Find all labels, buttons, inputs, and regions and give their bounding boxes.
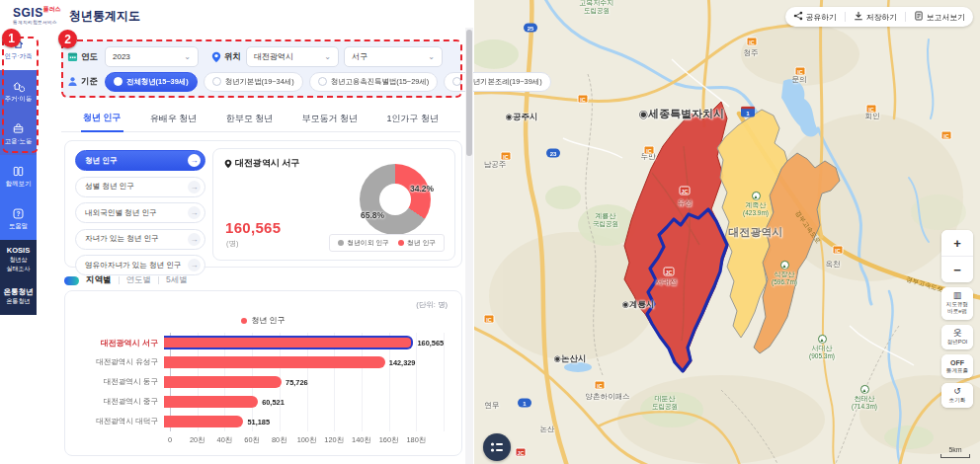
toggle-separator: [119, 276, 120, 284]
bar-track: 60,521: [164, 392, 444, 412]
bar[interactable]: [164, 396, 258, 408]
chart-toggle-1[interactable]: 연도별: [126, 274, 152, 286]
bar[interactable]: [164, 356, 385, 368]
sidebar-item-kosis-youth-survey[interactable]: KOSIS청년삶실태조사: [0, 240, 37, 277]
tab-4[interactable]: 1인가구 청년: [384, 108, 441, 131]
donut-legend-item: 청년 인구: [398, 238, 436, 248]
bar-track: 160,565: [164, 333, 444, 352]
mountain-icon: ▲: [817, 335, 826, 344]
map-canvas[interactable]: 고복저수지도립공원◉세종특별자치시◉공주시청주문의회인남공주두만유성계룡산국립공…: [474, 0, 980, 464]
map-label-15: ◉논산시: [554, 353, 587, 363]
sidebar-item-label: 온통청년: [4, 287, 34, 296]
radio-label: 청년기본조례(19~39세): [465, 77, 541, 87]
bar[interactable]: [164, 416, 243, 427]
x-axis-ticks: 020천40천60천80천100천120천140천160천180천: [170, 435, 444, 447]
menu-button-2[interactable]: 내외국인별 청년 인구→: [75, 202, 205, 223]
bar-category-label: 대전광역시 대덕구: [79, 417, 164, 426]
reset-icon: ↺: [953, 387, 961, 396]
map-label-21: ▲서대산(905.3m): [809, 335, 835, 360]
map-label-sub: 도립공원: [652, 403, 678, 411]
menu-button-3[interactable]: 자녀가 있는 청년 인구→: [75, 229, 205, 250]
content-scrollbar[interactable]: [465, 28, 473, 464]
save-button[interactable]: 저장하기: [846, 11, 905, 23]
reset-button[interactable]: ↺초기화: [941, 383, 973, 408]
x-tick-label: 140천: [352, 435, 371, 445]
x-tick-label: 180천: [406, 435, 426, 445]
chart-toggle-2[interactable]: 5세별: [166, 274, 188, 286]
toggle-switch-icon[interactable]: [64, 276, 79, 285]
youth-pct-label: 34.2%: [410, 184, 434, 193]
stat-toggle-button[interactable]: OFF통계표출: [941, 354, 973, 378]
scale-bar: [940, 454, 970, 458]
x-tick-label: 80천: [272, 435, 287, 445]
map-marker-ic-7: IC: [595, 381, 606, 390]
map-label-sub: (714.3m): [852, 403, 877, 411]
arrow-right-icon: →: [188, 259, 201, 271]
x-tick-label: 160천: [379, 435, 399, 445]
map-label-sub: 국립공원: [593, 220, 618, 228]
menu-button-0[interactable]: 청년 인구→: [75, 150, 205, 171]
map-marker-jc-11: JC: [664, 268, 675, 276]
map-label-9: 계룡산국립공원: [593, 212, 618, 228]
annotation-rect-2: [61, 39, 462, 98]
population-panel: 청년 인구→성별 청년 인구→내외국인별 청년 인구→자녀가 있는 청년 인구→…: [64, 140, 462, 268]
share-button[interactable]: 공유하기: [785, 11, 845, 23]
report-button[interactable]: 보고서보기: [906, 11, 973, 23]
category-tabs: 청년 인구유배우 청년한부모 청년부모동거 청년1인가구 청년: [61, 107, 460, 132]
map-label-2: ◉공주시: [506, 112, 538, 121]
arrow-right-icon: →: [188, 154, 201, 167]
sidebar-item-help[interactable]: ?도움말: [0, 197, 37, 240]
help-icon: ?: [12, 207, 25, 220]
legend-dot: [398, 240, 404, 246]
sidebar-item-compare-view[interactable]: 함께보기: [0, 155, 37, 197]
sgis-logo[interactable]: SGIS플러스 통계지리정보서비스: [13, 4, 61, 26]
control-label: 청년POI: [947, 339, 968, 346]
sidebar-item-label: KOSIS: [7, 246, 30, 255]
bar[interactable]: [164, 336, 413, 349]
tab-3[interactable]: 부모동거 청년: [300, 108, 361, 131]
scrollbar-thumb[interactable]: [466, 30, 472, 156]
map-toolbar: 공유하기저장하기보고서보기: [785, 7, 973, 27]
map-label-22: ▲천태산(714.3m): [852, 385, 877, 411]
indicator-menu: 청년 인구→성별 청년 인구→내외국인별 청년 인구→자녀가 있는 청년 인구→…: [75, 150, 205, 275]
youth-poi-icon: 웃: [953, 329, 962, 338]
app-header: SGIS플러스 통계지리정보서비스 청년통계지도: [0, 0, 474, 28]
svg-text:?: ?: [17, 210, 21, 217]
youth-poi-button[interactable]: 웃청년POI: [941, 325, 973, 349]
sidebar-item-ontong-youth[interactable]: 온통청년온통청년: [0, 277, 37, 315]
report-icon: [914, 11, 924, 23]
reset-group: ↺초기화: [941, 383, 973, 408]
bar[interactable]: [164, 376, 282, 388]
map-label-12: ▲식장산(596.7m): [772, 261, 797, 286]
map-type-button[interactable]: ▥지도유형바로e맵: [941, 287, 973, 320]
mountain-icon: ▲: [751, 192, 760, 200]
grid-line: [444, 333, 445, 431]
menu-button-1[interactable]: 성별 청년 인구→: [75, 177, 205, 197]
map-type-group: ▥지도유형바로e맵: [941, 287, 973, 320]
legend-toggle-button[interactable]: [483, 433, 511, 461]
bar-category-label: 대전광역시 유성구: [79, 357, 164, 367]
tab-2[interactable]: 한부모 청년: [224, 108, 276, 131]
map-marker-ic-1: IC: [747, 38, 758, 46]
bar-row: 대전광역시 대덕구51,185: [79, 412, 444, 431]
youth-ratio-donut-chart: 34.2% 65.8%: [360, 164, 431, 235]
map-label-11: ▲계족산(423.9m): [743, 192, 769, 217]
chart-toggle-0[interactable]: 지역별: [86, 274, 112, 286]
annotation-badge-1: 1: [2, 29, 21, 47]
bar-track: 51,185: [164, 412, 444, 431]
menu-button-label: 성별 청년 인구: [85, 182, 134, 192]
zoom-in-button[interactable]: +: [941, 230, 973, 256]
legend-dot: [241, 318, 247, 324]
menu-button-label: 자녀가 있는 청년 인구: [85, 234, 159, 244]
annotation-rect-1: [2, 37, 39, 153]
chart-unit-note: (단위: 명): [416, 300, 448, 310]
x-tick-label: 60천: [244, 435, 260, 445]
bar-chart-card: (단위: 명) 청년 인구 대전광역시 서구160,565대전광역시 유성구14…: [64, 290, 462, 456]
tab-0[interactable]: 청년 인구: [81, 107, 123, 132]
basemap: [474, 0, 980, 464]
zoom-out-button[interactable]: −: [941, 257, 973, 282]
bar-value-label: 60,521: [262, 398, 285, 407]
menu-button-4[interactable]: 영유아자녀가 있는 청년 인구→: [75, 255, 205, 275]
legend-list-icon: [490, 441, 504, 453]
tab-1[interactable]: 유배우 청년: [148, 108, 200, 131]
